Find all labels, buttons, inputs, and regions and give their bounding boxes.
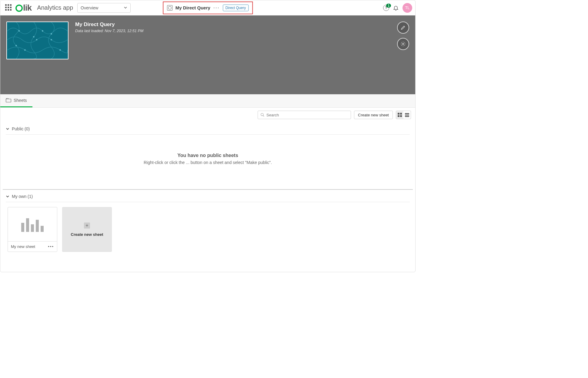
svg-rect-13 <box>398 113 399 115</box>
empty-title: You have no public sheets <box>6 153 410 158</box>
app-hero: My Direct Query Data last loaded: Nov 7,… <box>0 15 415 94</box>
app-name: Analytics app <box>37 4 73 11</box>
app-title: My Direct Query <box>175 5 210 10</box>
svg-rect-19 <box>405 116 409 117</box>
svg-point-9 <box>51 33 52 35</box>
sheet-toolbar: Create new sheet <box>0 108 415 122</box>
svg-point-1 <box>18 30 20 32</box>
svg-point-6 <box>59 49 61 51</box>
svg-rect-15 <box>398 115 399 117</box>
hero-title: My Direct Query <box>75 22 143 28</box>
public-section-toggle[interactable]: Public (0) <box>6 123 410 135</box>
tabs-bar: Sheets <box>0 94 415 108</box>
sheet-thumbnail <box>8 207 57 241</box>
create-sheet-card[interactable]: + Create new sheet <box>62 207 112 252</box>
svg-point-3 <box>36 39 38 41</box>
chevron-down-icon <box>6 195 9 198</box>
myown-heading: My own (1) <box>12 194 33 199</box>
create-sheet-button[interactable]: Create new sheet <box>354 111 393 119</box>
search-input[interactable] <box>266 113 348 117</box>
notification-count-badge: 1 <box>386 4 391 8</box>
app-icon <box>167 5 172 11</box>
logo-text: lik <box>23 3 32 13</box>
app-launcher-icon[interactable] <box>5 4 12 12</box>
search-icon <box>260 113 265 117</box>
sheet-card[interactable]: My new sheet ••• <box>8 207 57 252</box>
svg-rect-18 <box>405 115 409 115</box>
myown-section-toggle[interactable]: My own (1) <box>6 191 410 202</box>
overview-dropdown[interactable]: Overview <box>77 3 131 13</box>
tab-sheets-label: Sheets <box>14 98 27 103</box>
svg-rect-0 <box>7 22 67 59</box>
create-card-label: Create new sheet <box>71 232 103 237</box>
bar-chart-icon <box>21 217 44 232</box>
logo-q-icon <box>15 5 23 12</box>
public-heading: Public (0) <box>12 126 30 131</box>
qlik-logo: lik <box>15 3 32 13</box>
svg-rect-17 <box>405 113 409 114</box>
svg-point-8 <box>33 36 35 38</box>
tab-sheets[interactable]: Sheets <box>0 94 32 107</box>
svg-point-5 <box>24 49 26 51</box>
grid-view-icon[interactable] <box>396 111 403 119</box>
bell-icon[interactable] <box>393 5 399 11</box>
myown-section: My own (1) My new sheet ••• + Create new… <box>0 190 415 266</box>
svg-rect-14 <box>400 113 402 115</box>
search-box[interactable] <box>258 111 351 119</box>
svg-point-7 <box>15 45 17 46</box>
app-more-icon[interactable]: ··· <box>213 5 220 11</box>
svg-point-4 <box>51 39 52 41</box>
public-empty-state: You have no public sheets Right-click or… <box>6 135 410 180</box>
svg-point-10 <box>403 43 404 45</box>
settings-button[interactable] <box>397 38 409 50</box>
view-toggle <box>396 111 411 119</box>
public-section: Public (0) You have no public sheets Rig… <box>0 122 415 189</box>
sheet-name: My new sheet <box>11 244 35 249</box>
direct-query-badge: Direct Query <box>223 5 249 11</box>
list-view-icon[interactable] <box>403 111 411 119</box>
data-loaded-meta: Data last loaded: Nov 7, 2023, 12:51 PM <box>75 29 143 33</box>
svg-point-12 <box>261 113 263 116</box>
edit-button[interactable] <box>397 22 409 34</box>
sheet-more-icon[interactable]: ••• <box>48 244 54 249</box>
chevron-down-icon <box>124 5 127 10</box>
user-avatar[interactable]: TL <box>403 3 412 13</box>
empty-subtitle: Right-click or click the ... button on a… <box>6 160 410 165</box>
svg-rect-16 <box>400 115 402 117</box>
overview-label: Overview <box>81 5 98 10</box>
app-thumbnail[interactable] <box>6 22 68 59</box>
plus-icon: + <box>84 222 90 229</box>
svg-point-2 <box>42 30 43 32</box>
svg-rect-11 <box>6 99 11 102</box>
app-title-highlight: My Direct Query ··· Direct Query <box>163 2 253 14</box>
chevron-down-icon <box>6 127 9 131</box>
